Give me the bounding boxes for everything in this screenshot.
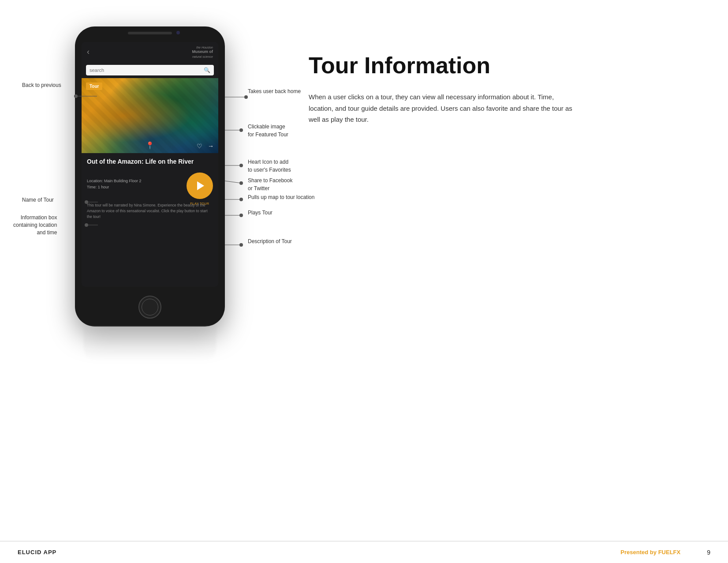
ann-name-of-tour: Name of Tour xyxy=(22,196,54,204)
search-bar[interactable]: 🔍 xyxy=(86,65,214,75)
phone-mockup: ‹ the Houston Museum of natural science … xyxy=(71,26,229,362)
map-pin-icon: 📍 xyxy=(146,142,154,149)
footer-company: FUELFX xyxy=(658,549,681,555)
ann-clickable-image: Clickable imagefor Featured Tour xyxy=(248,123,288,139)
info-panel: Tour Information When a user clicks on a… xyxy=(309,53,573,125)
share-icon[interactable]: → xyxy=(208,143,214,150)
screen-header: ‹ the Houston Museum of natural science xyxy=(82,42,218,62)
museum-name-science: natural science xyxy=(192,55,213,59)
svg-point-9 xyxy=(239,181,243,185)
heart-icon[interactable]: ♡ xyxy=(197,143,202,150)
tour-info-section: Out of the Amazon: Life on the River Loc… xyxy=(82,153,218,224)
svg-point-11 xyxy=(239,198,243,201)
svg-point-3 xyxy=(244,95,248,99)
svg-point-13 xyxy=(239,214,243,217)
phone-reflection xyxy=(84,327,216,362)
ann-takes-user-back: Takes user back home xyxy=(248,88,301,94)
play-triangle-icon xyxy=(197,181,204,190)
footer-page-number: 9 xyxy=(707,549,710,556)
play-section: Location: Main Building Floor 2 Time: 1 … xyxy=(87,169,213,199)
svg-point-7 xyxy=(239,164,243,167)
ann-share-icon: Share to Facebookor Twitter xyxy=(248,176,292,192)
time-text: Time: 1 hour xyxy=(87,184,142,190)
play-tour-label: PLAY TOUR xyxy=(190,202,209,205)
phone-screen: ‹ the Houston Museum of natural science … xyxy=(82,42,218,287)
ann-heart-icon: Heart Icon to addto user's Favorites xyxy=(248,158,291,174)
page-description: When a user clicks on a tour, they can v… xyxy=(309,91,573,125)
ann-info-box: Information boxcontaining locationand ti… xyxy=(13,214,57,236)
page-title: Tour Information xyxy=(309,53,573,78)
svg-point-5 xyxy=(239,128,243,132)
search-icon: 🔍 xyxy=(204,67,210,73)
ann-map-icon: Pulls up map to tour location xyxy=(248,194,314,200)
svg-point-19 xyxy=(239,243,243,247)
play-button[interactable]: PLAY TOUR xyxy=(187,173,213,199)
museum-logo: the Houston Museum of natural science xyxy=(192,45,213,59)
tour-featured-image[interactable]: Tour 📍 ♡ → xyxy=(82,78,218,153)
location-text: Location: Main Building Floor 2 xyxy=(87,178,142,184)
footer-app-name: ELUCID APP xyxy=(18,549,56,555)
map-pin-area[interactable]: 📍 xyxy=(146,141,154,150)
tour-actions: ♡ → xyxy=(197,143,214,150)
location-time-box: Location: Main Building Floor 2 Time: 1 … xyxy=(87,178,142,191)
footer-presented-by: Presented by FUELFX xyxy=(620,549,680,555)
museum-name-museum: Museum of xyxy=(192,49,213,55)
home-button[interactable] xyxy=(138,296,161,319)
museum-name-the: the Houston xyxy=(192,45,213,49)
ann-description: Description of Tour xyxy=(248,238,292,244)
search-input[interactable] xyxy=(90,68,204,73)
phone-frame: ‹ the Houston Museum of natural science … xyxy=(75,26,225,327)
ann-back-to-previous: Back to previous xyxy=(22,82,61,89)
tour-title: Out of the Amazon: Life on the River xyxy=(87,158,213,165)
back-arrow-icon[interactable]: ‹ xyxy=(87,47,90,56)
footer: ELUCID APP Presented by FUELFX 9 xyxy=(0,541,728,563)
home-button-inner xyxy=(142,299,158,315)
ann-plays-tour: Plays Tour xyxy=(248,210,273,216)
tour-badge: Tour xyxy=(86,83,102,90)
